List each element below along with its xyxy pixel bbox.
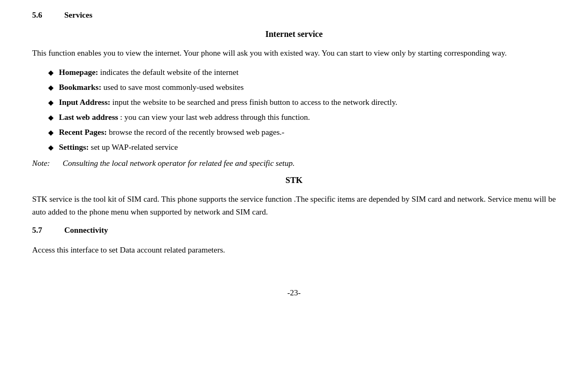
diamond-icon-4: ◆ [48,112,54,124]
bullet-recent-pages-text: Recent Pages: browse the record of the r… [59,126,284,139]
internet-service-paragraph: This function enables you to view the in… [32,47,556,59]
bullet-settings: ◆ Settings: set up WAP-related service [48,141,556,154]
settings-desc: set up WAP-related service [91,143,178,151]
last-web-desc: : you can view your last web address thr… [120,113,310,121]
note-label: Note: [32,159,50,167]
internet-service-bullet-list: ◆ Homepage: indicates the default websit… [48,66,556,154]
recent-pages-label: Recent Pages: [59,128,107,136]
bullet-bookmarks-text: Bookmarks: used to save most commonly-us… [59,81,244,94]
diamond-icon-3: ◆ [48,97,54,109]
input-address-label: Input Address: [59,98,110,106]
diamond-icon-6: ◆ [48,142,54,154]
section-56-heading: 5.6 Services [32,11,556,20]
diamond-icon-5: ◆ [48,127,54,139]
stk-section: STK STK service is the tool kit of SIM c… [32,176,556,218]
diamond-icon-2: ◆ [48,82,54,94]
section-56-title: Services [64,11,92,20]
stk-title: STK [32,176,556,185]
bullet-homepage-text: Homepage: indicates the default website … [59,66,238,79]
bookmarks-desc: used to save most commonly-used websites [103,83,244,91]
bookmarks-label: Bookmarks: [59,83,101,91]
diamond-icon-1: ◆ [48,67,54,79]
bullet-input-address-text: Input Address: input the website to be s… [59,96,397,109]
bullet-recent-pages: ◆ Recent Pages: browse the record of the… [48,126,556,139]
internet-service-section: Internet service This function enables y… [32,29,556,168]
internet-service-title: Internet service [32,29,556,39]
input-address-desc: input the website to be searched and pre… [112,98,397,106]
settings-label: Settings: [59,143,89,151]
stk-paragraph: STK service is the tool kit of SIM card.… [32,193,556,218]
bullet-settings-text: Settings: set up WAP-related service [59,141,178,154]
last-web-label: Last web address [59,113,118,121]
bullet-last-web: ◆ Last web address : you can view your l… [48,111,556,124]
bullet-homepage: ◆ Homepage: indicates the default websit… [48,66,556,79]
section-57-heading: 5.7 Connectivity [32,226,556,235]
connectivity-paragraph: Access this interface to set Data accoun… [32,243,556,256]
note-line: Note: Consulting the local network opera… [32,159,556,168]
section-56-number: 5.6 [32,11,64,20]
bullet-last-web-text: Last web address : you can view your las… [59,111,310,124]
section-57-number: 5.7 [32,226,64,235]
bullet-bookmarks: ◆ Bookmarks: used to save most commonly-… [48,81,556,94]
section-57: 5.7 Connectivity Access this interface t… [32,226,556,256]
note-text: Consulting the local network operator fo… [63,159,295,167]
homepage-desc: indicates the default website of the int… [100,68,238,77]
bullet-input-address: ◆ Input Address: input the website to be… [48,96,556,109]
recent-pages-desc: browse the record of the recently browse… [109,128,284,136]
section-57-title: Connectivity [64,226,108,235]
homepage-label: Homepage: [59,68,98,77]
page-number: -23- [32,288,556,298]
section-56: 5.6 Services Internet service This funct… [32,11,556,218]
